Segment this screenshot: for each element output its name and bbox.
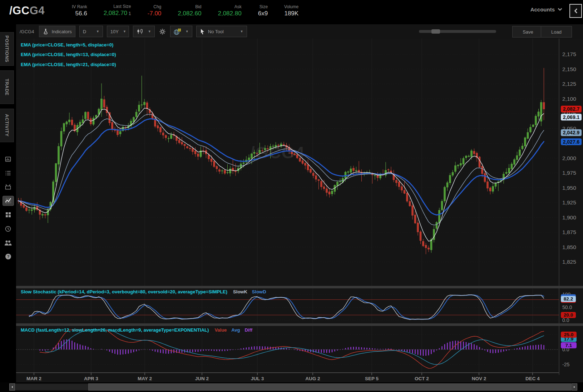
flask-icon (43, 29, 49, 34)
quote-header: /GCG4 IV Rank 56.6 Last Size 2,082.701 C… (0, 0, 583, 21)
save-button[interactable]: Save (512, 26, 544, 38)
dashboard-grid-icon[interactable] (3, 210, 14, 219)
chart-area: /GCG4 Indicators D▼ 10Y▼ ▼ ▼ (16, 21, 583, 382)
svg-text:20.0: 20.0 (564, 312, 573, 318)
chevron-down-icon (558, 8, 562, 11)
svg-text:NOV 2: NOV 2 (472, 376, 486, 381)
accounts-menu[interactable]: Accounts (530, 6, 562, 13)
svg-text:MAY 2: MAY 2 (138, 376, 152, 381)
stat-chg: Chg -7.00 (148, 4, 162, 17)
arrow-right-icon (573, 386, 575, 388)
svg-text:2,175: 2,175 (562, 51, 576, 57)
svg-text:2,042.9: 2,042.9 (563, 130, 580, 135)
globe-grid-icon (174, 28, 181, 35)
chart-gadget-icon[interactable] (3, 196, 14, 205)
watchlist-icon[interactable] (3, 168, 14, 178)
chevron-down-icon: ▼ (148, 30, 151, 33)
svg-text:?: ? (7, 254, 9, 259)
period-dropdown[interactable]: D▼ (79, 26, 103, 37)
tv-icon[interactable] (3, 182, 14, 192)
stat-bid: Bid 2,082.60 (178, 4, 201, 17)
sidebar-tab-activity[interactable]: ACTIVITY (0, 109, 14, 142)
drawing-tool-dropdown[interactable]: No Tool ▼ (196, 26, 247, 37)
price-chart[interactable]: /GCG42,1752,1502,1252,1002,0752,0502,025… (16, 39, 583, 382)
symbol-title: /GCG4 (9, 4, 45, 17)
svg-text:1,900: 1,900 (562, 214, 576, 220)
chevron-down-icon: ▼ (96, 30, 99, 33)
chart-type-dropdown[interactable]: ▼ (133, 26, 155, 37)
news-chart-icon[interactable] (3, 154, 14, 164)
svg-text:AUG 2: AUG 2 (305, 376, 320, 381)
symbol-root: /GC (9, 4, 30, 17)
help-icon[interactable]: ? (3, 252, 14, 261)
quote-stats: IV Rank 56.6 Last Size 2,082.701 Chg -7.… (55, 4, 298, 18)
svg-text:7.1: 7.1 (565, 343, 572, 348)
arrow-left-icon (11, 386, 13, 388)
scrollbar-thumb[interactable] (88, 383, 571, 391)
svg-text:-25: -25 (562, 362, 569, 367)
scroll-left-button[interactable] (9, 383, 15, 391)
stat-last-size: Last Size 2,082.701 (104, 4, 131, 18)
community-people-icon[interactable] (3, 238, 14, 247)
sidebar-gadgets: ? (0, 154, 16, 261)
sidebar-tab-trade[interactable]: TRADE (0, 70, 14, 104)
svg-text:25.0: 25.0 (564, 332, 573, 337)
stat-size: Size 6x9 (258, 4, 268, 17)
svg-text:2,125: 2,125 (562, 81, 576, 87)
svg-text:50.0: 50.0 (562, 304, 572, 310)
symbol-month: G4 (30, 4, 45, 17)
stat-iv-rank: IV Rank 56.6 (72, 4, 87, 17)
svg-text:JUN 2: JUN 2 (195, 376, 209, 381)
chart-panel: /GCG42,1752,1502,1252,1002,0752,0502,025… (16, 39, 583, 382)
grid-view-dropdown[interactable]: ▼ (170, 26, 192, 37)
svg-text:APR 3: APR 3 (84, 376, 98, 381)
svg-text:2,082.7: 2,082.7 (563, 106, 580, 112)
svg-text:MAR 2: MAR 2 (26, 376, 41, 381)
svg-text:1,850: 1,850 (562, 244, 576, 250)
svg-text:2,100: 2,100 (562, 96, 576, 102)
load-button[interactable]: Load (541, 26, 572, 38)
svg-text:1,875: 1,875 (562, 229, 576, 235)
last-size-qty: 1 (129, 11, 131, 16)
left-sidebar: POSITIONS TRADE ACTIVITY (0, 21, 16, 382)
time-scrollbar (0, 382, 583, 392)
slider-thumb[interactable] (431, 29, 440, 34)
stat-volume: Volume 189K (284, 4, 298, 17)
svg-text:2,027.6: 2,027.6 (563, 139, 580, 145)
svg-text:SEP 5: SEP 5 (365, 376, 379, 381)
candlestick-icon (137, 29, 144, 34)
cursor-icon (200, 29, 205, 35)
chevron-down-icon: ▼ (240, 30, 243, 33)
svg-text:2,069.1: 2,069.1 (563, 114, 580, 120)
svg-text:2,150: 2,150 (562, 66, 576, 72)
chevron-left-icon (574, 8, 578, 14)
trading-app: /GCG4 IV Rank 56.6 Last Size 2,082.701 C… (0, 0, 583, 392)
chart-zoom-slider[interactable] (419, 30, 496, 33)
svg-text:0.0: 0.0 (562, 317, 569, 323)
svg-text:1,950: 1,950 (562, 185, 576, 191)
svg-text:1,925: 1,925 (562, 199, 576, 205)
sidebar-tab-positions[interactable]: POSITIONS (0, 32, 14, 66)
chart-toolbar: /GCG4 Indicators D▼ 10Y▼ ▼ ▼ (16, 24, 583, 39)
svg-text:1,825: 1,825 (562, 259, 576, 265)
svg-text:2,000: 2,000 (562, 155, 576, 161)
gear-icon (159, 28, 166, 35)
svg-text:DEC 4: DEC 4 (525, 376, 540, 381)
svg-text:1,975: 1,975 (562, 170, 576, 176)
chart-settings-button[interactable] (159, 28, 166, 35)
stat-ask: Ask 2,082.80 (218, 4, 241, 17)
collapse-panel-button[interactable] (569, 4, 582, 18)
range-dropdown[interactable]: 10Y▼ (107, 26, 129, 37)
indicators-button[interactable]: Indicators (39, 26, 75, 37)
svg-text:OCT 2: OCT 2 (415, 376, 429, 381)
svg-text:82.2: 82.2 (564, 296, 573, 302)
svg-text:JUL 3: JUL 3 (251, 376, 264, 381)
accounts-label: Accounts (530, 6, 555, 13)
chevron-down-icon: ▼ (186, 30, 189, 33)
history-clock-icon[interactable] (3, 224, 14, 233)
toolbar-symbol: /GCG4 (20, 29, 34, 34)
chevron-down-icon: ▼ (123, 30, 126, 33)
scroll-right-button[interactable] (572, 383, 577, 391)
